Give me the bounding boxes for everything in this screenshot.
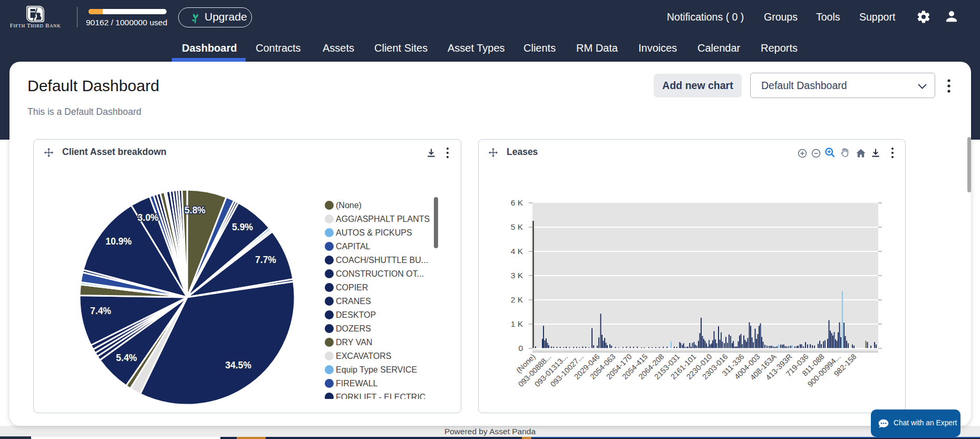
svg-text:34.5%: 34.5% <box>225 360 251 370</box>
svg-text:5.4%: 5.4% <box>116 353 137 363</box>
svg-text:7.4%: 7.4% <box>90 306 111 316</box>
svg-text:5.9%: 5.9% <box>232 222 253 232</box>
svg-text:10.9%: 10.9% <box>105 236 132 247</box>
svg-text:5.8%: 5.8% <box>185 205 206 216</box>
svg-text:FIFTH THIRD BANK: FIFTH THIRD BANK <box>10 22 61 28</box>
svg-text:3.0%: 3.0% <box>138 212 159 223</box>
svg-text:7.7%: 7.7% <box>255 255 276 265</box>
